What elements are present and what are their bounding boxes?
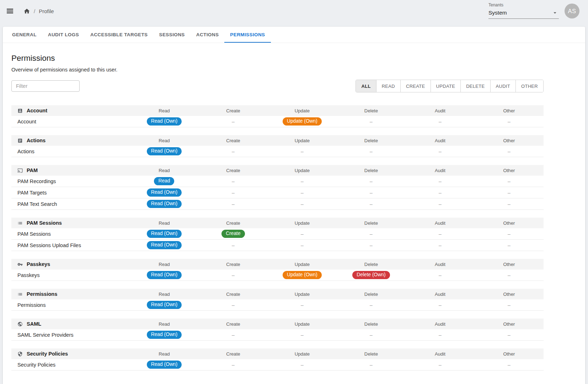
- empty-cell: –: [301, 201, 304, 207]
- group-name: Passkeys: [27, 261, 50, 267]
- permission-cell: –: [475, 201, 544, 207]
- tab-permissions[interactable]: PERMISSIONS: [224, 27, 271, 43]
- avatar[interactable]: AS: [565, 4, 579, 18]
- permission-cell: –: [337, 362, 406, 368]
- row-label: Permissions: [11, 302, 130, 308]
- table-row: Security PoliciesRead (Own)–––––: [11, 359, 544, 370]
- empty-cell: –: [439, 362, 442, 368]
- column-header-other: Other: [475, 351, 544, 357]
- permission-cell: –: [406, 178, 475, 185]
- column-header-audit: Audit: [406, 262, 475, 267]
- permission-badge-read: Read (Own): [147, 188, 182, 197]
- table-row: PAM TargetsRead (Own)–––––: [11, 187, 544, 198]
- permission-cell: Read (Own): [130, 331, 199, 339]
- filter-button-other[interactable]: OTHER: [515, 80, 543, 92]
- chevron-down-icon: [552, 10, 558, 16]
- shield-icon: [17, 351, 23, 357]
- permission-cell: –: [268, 242, 337, 249]
- permission-cell: –: [475, 362, 544, 368]
- home-icon[interactable]: [23, 8, 30, 15]
- empty-cell: –: [508, 201, 511, 207]
- filter-button-audit[interactable]: AUDIT: [490, 80, 516, 92]
- empty-cell: –: [232, 302, 235, 308]
- column-header-audit: Audit: [406, 168, 475, 173]
- tab-sessions[interactable]: SESSIONS: [154, 27, 191, 43]
- empty-cell: –: [370, 362, 373, 368]
- permission-group-pam-sessions: PAM SessionsReadCreateUpdateDeleteAuditO…: [11, 218, 544, 251]
- empty-cell: –: [301, 231, 304, 237]
- permission-cell: Update (Own): [268, 271, 337, 279]
- permission-cell: Read (Own): [130, 301, 199, 309]
- permission-cell: –: [475, 272, 544, 278]
- filter-button-read[interactable]: READ: [376, 80, 400, 92]
- permission-cell: –: [475, 178, 544, 185]
- main-card: GENERALAUDIT LOGSACCESSIBLE TARGETSSESSI…: [3, 27, 585, 384]
- column-header-other: Other: [475, 292, 544, 297]
- filter-button-create[interactable]: CREATE: [400, 80, 431, 92]
- permission-cell: Read (Own): [130, 361, 199, 369]
- permission-badge-create: Create: [221, 230, 245, 238]
- row-label: Account: [11, 119, 130, 124]
- tab-general[interactable]: GENERAL: [6, 27, 42, 43]
- tab-audit-logs[interactable]: AUDIT LOGS: [42, 27, 85, 43]
- filter-button-delete[interactable]: DELETE: [460, 80, 490, 92]
- column-header-update: Update: [268, 262, 337, 267]
- filter-button-all[interactable]: ALL: [356, 80, 376, 92]
- tenant-select-value: System: [488, 10, 507, 16]
- permission-cell: –: [337, 178, 406, 185]
- group-name: Security Policies: [27, 351, 68, 357]
- column-header-delete: Delete: [337, 108, 406, 113]
- empty-cell: –: [508, 302, 511, 308]
- filter-input[interactable]: [11, 80, 80, 92]
- permission-badge-update: Update (Own): [283, 271, 322, 279]
- empty-cell: –: [301, 190, 304, 196]
- column-header-other: Other: [475, 108, 544, 113]
- column-header-other: Other: [475, 321, 544, 327]
- table-row: PasskeysRead (Own)–Update (Own)Delete (O…: [11, 270, 544, 281]
- row-label: Security Policies: [11, 362, 130, 368]
- permission-cell: –: [268, 178, 337, 185]
- table-row: PAM RecordingsRead–––––: [11, 176, 544, 187]
- permission-cell: –: [268, 201, 337, 207]
- tab-bar: GENERALAUDIT LOGSACCESSIBLE TARGETSSESSI…: [3, 27, 585, 43]
- permission-cell: –: [475, 148, 544, 155]
- permission-cell: –: [406, 302, 475, 308]
- permission-badge-read: Read (Own): [147, 361, 182, 369]
- permission-cell: –: [199, 242, 268, 249]
- permission-badge-read: Read (Own): [147, 301, 182, 309]
- group-header: AccountReadCreateUpdateDeleteAuditOther: [11, 105, 544, 116]
- tab-accessible-targets[interactable]: ACCESSIBLE TARGETS: [85, 27, 153, 43]
- permission-cell: –: [337, 201, 406, 207]
- tab-actions[interactable]: ACTIONS: [191, 27, 225, 43]
- permission-cell: –: [406, 148, 475, 155]
- permission-cell: –: [475, 242, 544, 249]
- empty-cell: –: [370, 178, 373, 184]
- filter-button-update[interactable]: UPDATE: [431, 80, 461, 92]
- permission-cell: –: [268, 362, 337, 368]
- permission-cell: –: [406, 332, 475, 338]
- tenant-select[interactable]: Tenants System: [488, 2, 559, 19]
- permission-badge-read: Read (Own): [147, 241, 182, 249]
- row-label: Passkeys: [11, 272, 130, 278]
- empty-cell: –: [439, 178, 442, 184]
- column-header-read: Read: [130, 108, 199, 113]
- empty-cell: –: [370, 201, 373, 207]
- permission-cell: Read (Own): [130, 241, 199, 249]
- permission-cell: –: [337, 118, 406, 125]
- permission-cell: –: [337, 302, 406, 308]
- toolbar: ALLREADCREATEUPDATEDELETEAUDITOTHER: [11, 80, 544, 92]
- permission-cell: –: [406, 231, 475, 237]
- column-header-create: Create: [199, 321, 268, 327]
- group-header-label: PAM Sessions: [11, 220, 130, 226]
- permission-cell: –: [268, 302, 337, 308]
- empty-cell: –: [439, 201, 442, 207]
- globe-icon: [17, 321, 23, 327]
- group-header: PAMReadCreateUpdateDeleteAuditOther: [11, 165, 544, 176]
- empty-cell: –: [508, 362, 511, 368]
- permission-cell: –: [406, 362, 475, 368]
- permission-cell: –: [406, 201, 475, 207]
- column-header-other: Other: [475, 138, 544, 143]
- empty-cell: –: [439, 332, 442, 338]
- menu-icon[interactable]: [6, 7, 14, 15]
- permission-cell: –: [268, 190, 337, 196]
